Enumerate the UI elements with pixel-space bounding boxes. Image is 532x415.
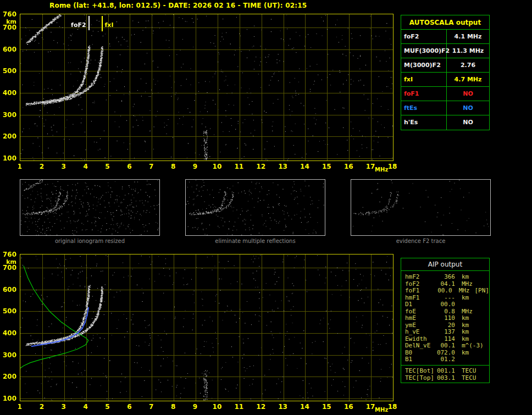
fof2-marker-label: foF2 xyxy=(68,21,86,29)
x-tick-label-main: 6 xyxy=(123,163,136,170)
aip-tec-row-tecbot: TEC[Bot]001.1TECU xyxy=(401,367,489,374)
x-tick-label-bottom: 1 xyxy=(13,403,26,411)
aip-row-unit: km xyxy=(455,350,469,357)
aip-tec-row-lbl: TEC[Bot] xyxy=(401,367,435,374)
autoscala-param-value: 4.7 MHz xyxy=(447,73,489,86)
thumbnail-multiple-reflections xyxy=(185,179,325,236)
x-tick-label-bottom: 8 xyxy=(167,403,180,411)
x-tick-label-bottom: 12 xyxy=(254,403,268,411)
autoscala-row-m3000f2: M(3000)F22.76 xyxy=(401,58,489,73)
aip-tec-row-lbl: TEC[Top] xyxy=(401,374,435,381)
aip-row-lbl: D1 xyxy=(401,301,435,308)
aip-row-unit: km xyxy=(455,274,469,281)
fxi-marker-line xyxy=(102,16,103,31)
x-axis-unit-main: MHz xyxy=(375,167,388,173)
main-ionogram-plot: foF2 fxI xyxy=(20,14,394,161)
x-tick-label-main: 5 xyxy=(101,163,114,170)
x-tick-label-main: 11 xyxy=(232,163,246,170)
thumbnail-f2-trace-canvas xyxy=(351,180,490,235)
autoscala-param-label: h'Es xyxy=(401,115,447,130)
aip-row-lbl: foF1 xyxy=(401,287,434,295)
aip-row-lbl: DelN_vE xyxy=(401,342,435,350)
y-tick-label-bottom: 400 xyxy=(0,329,16,337)
autoscala-output-table: AUTOSCALA output foF24.1 MHzMUF(3000)F21… xyxy=(401,15,490,130)
thumbnail-original-ionogram xyxy=(20,179,160,236)
x-tick-label-main: 2 xyxy=(35,163,48,170)
autoscala-param-value: 2.76 xyxy=(447,58,489,72)
autoscala-row-hes: h'EsNO xyxy=(401,115,489,130)
inversion-ionogram-plot xyxy=(20,254,394,401)
y-axis-unit-bottom: km xyxy=(0,258,16,265)
aip-row-extra: [PN] xyxy=(470,287,490,295)
aip-row-val: 00.0 xyxy=(434,287,452,295)
aip-row-lbl: h_vE xyxy=(401,329,435,336)
x-tick-label-bottom: 11 xyxy=(232,403,246,411)
aip-row-unit: km xyxy=(455,315,469,322)
x-axis-unit-bottom: MHz xyxy=(375,407,388,413)
thumbnail-f2-trace xyxy=(351,179,491,236)
autoscala-table-header: AUTOSCALA output xyxy=(401,15,489,30)
x-tick-label-bottom: 4 xyxy=(79,403,92,411)
aip-row-unit: MHz xyxy=(452,287,470,295)
aip-row-hmf2: hmF2366km xyxy=(401,274,489,281)
autoscala-param-value: 11.3 MHz xyxy=(447,44,489,58)
aip-tec-row-unit: TECU xyxy=(455,374,476,381)
x-tick-label-bottom: 15 xyxy=(320,403,333,411)
x-tick-label-bottom: 13 xyxy=(276,403,290,411)
x-tick-label-bottom: 3 xyxy=(57,403,70,411)
autoscala-table-rows: foF24.1 MHzMUF(3000)F211.3 MHzM(3000)F22… xyxy=(401,30,489,130)
y-tick-label-bottom: 760 xyxy=(0,251,16,258)
autoscala-row-fof2: foF24.1 MHz xyxy=(401,30,489,44)
aip-row-fof1: foF100.0MHz[PN] xyxy=(401,287,489,295)
autoscala-param-value: NO xyxy=(447,115,489,130)
aip-row-hme: hmE110km xyxy=(401,315,489,322)
x-tick-label-main: 13 xyxy=(276,163,290,170)
y-tick-label-bottom: 300 xyxy=(0,351,16,359)
fxi-marker-label: fxI xyxy=(105,21,114,29)
y-tick-label-bottom: 600 xyxy=(0,286,16,294)
thumbnail-multiple-reflections-canvas xyxy=(186,180,325,235)
x-tick-label-bottom: 5 xyxy=(101,403,114,411)
aip-row-b1: B101.2 xyxy=(401,356,489,363)
aip-tec-row-val: 001.1 xyxy=(435,367,455,374)
autoscala-row-fxi: fxI4.7 MHz xyxy=(401,73,489,87)
aip-row-val: 137 xyxy=(435,329,455,336)
main-ionogram-canvas xyxy=(20,14,393,161)
aip-row-lbl: hmE xyxy=(401,315,435,322)
autoscala-param-label: MUF(3000)F2 xyxy=(401,44,447,58)
aip-row-unit: km xyxy=(455,329,469,336)
aip-row-hve: h_vE137km xyxy=(401,329,489,336)
aip-row-d1: D100.0 xyxy=(401,301,489,308)
aip-table-header: AIP output xyxy=(401,258,489,271)
aip-row-val: 00.1 xyxy=(435,342,455,350)
y-tick-label-main: 600 xyxy=(0,46,16,53)
aip-output-table: AIP output hmF2366kmfoF204.1MHzfoF100.0M… xyxy=(401,258,490,383)
autoscala-param-label: ftEs xyxy=(401,101,447,115)
autoscala-row-muf3000f2: MUF(3000)F211.3 MHz xyxy=(401,44,489,58)
autoscala-row-fof1: foF1NO xyxy=(401,87,489,101)
y-tick-label-bottom: 500 xyxy=(0,307,16,315)
x-tick-label-bottom: 14 xyxy=(298,403,311,411)
aip-row-delnve: DelN_vE00.1m^(-3) xyxy=(401,342,489,350)
thumbnail-caption-f2: evidence F2 trace xyxy=(351,238,491,244)
x-tick-label-main: 12 xyxy=(254,163,268,170)
autoscala-param-value: NO xyxy=(447,87,489,101)
y-tick-label-main: 400 xyxy=(0,89,16,97)
x-tick-label-bottom: 7 xyxy=(145,403,158,411)
x-tick-label-main: 15 xyxy=(320,163,333,170)
x-tick-label-main: 1 xyxy=(13,163,26,170)
aip-row-unit xyxy=(455,356,462,363)
autoscala-output-screen: Rome (lat: +41.8, lon: 012.5) - DATE: 20… xyxy=(0,0,532,415)
y-tick-label-main: 100 xyxy=(0,154,16,162)
x-tick-label-bottom: 10 xyxy=(210,403,224,411)
x-tick-label-main: 16 xyxy=(342,163,355,170)
thumbnail-original-canvas xyxy=(20,180,159,235)
x-tick-label-bottom: 16 xyxy=(342,403,355,411)
autoscala-param-label: fxI xyxy=(401,73,447,86)
y-tick-label-bottom: 200 xyxy=(0,373,16,380)
aip-row-unit xyxy=(455,301,462,308)
y-tick-label-main: 200 xyxy=(0,132,16,140)
x-tick-label-main: 9 xyxy=(189,163,202,170)
aip-row-val: 366 xyxy=(435,274,455,281)
x-tick-label-main: 7 xyxy=(145,163,158,170)
